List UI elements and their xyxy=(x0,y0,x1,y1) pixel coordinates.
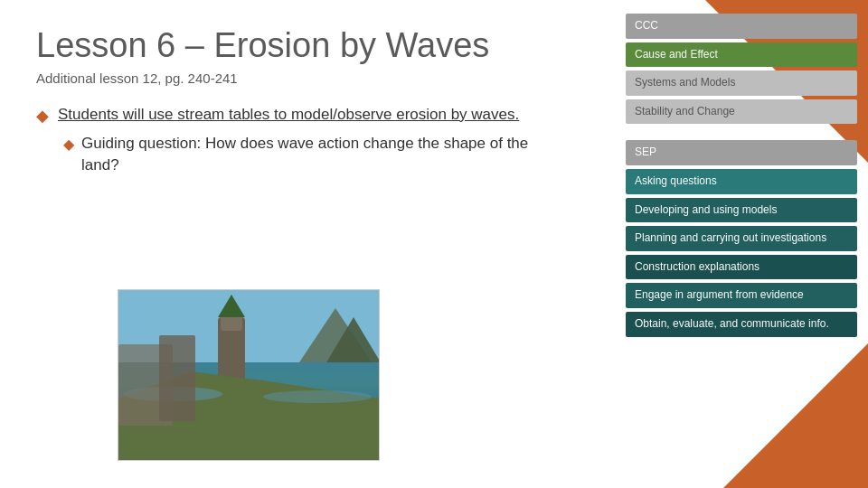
sep-obtain-communicate: Obtain, evaluate, and communicate info. xyxy=(626,312,857,337)
svg-point-8 xyxy=(263,390,372,403)
slide-title: Lesson 6 – Erosion by Waves xyxy=(36,27,570,65)
sep-developing-models: Developing and using models xyxy=(626,198,857,223)
sub-bullet-diamond-icon: ◆ xyxy=(63,135,74,155)
sub-bullet-text: Guiding question: How does wave action c… xyxy=(81,133,570,176)
rock-formation-svg xyxy=(118,290,380,461)
sep-planning-investigations: Planning and carrying out investigations xyxy=(626,226,857,251)
sub-bullet: ◆ Guiding question: How does wave action… xyxy=(63,133,570,176)
main-bullet: ◆ Students will use stream tables to mod… xyxy=(36,104,570,126)
ccc-systems-models: Systems and Models xyxy=(626,70,857,96)
wave-image-bg xyxy=(118,290,379,460)
sep-construction-explanations: Construction explanations xyxy=(626,255,857,280)
ccc-cause-effect: Cause and Effect xyxy=(626,42,857,68)
ccc-label: CCC xyxy=(626,14,857,39)
bullet-diamond-icon: ◆ xyxy=(36,106,49,126)
sep-asking-questions: Asking questions xyxy=(626,169,857,194)
svg-rect-11 xyxy=(159,335,195,421)
slide: Lesson 6 – Erosion by Waves Additional l… xyxy=(0,0,868,488)
wave-image xyxy=(118,289,380,461)
sep-engage-argument: Engage in argument from evidence xyxy=(626,283,857,308)
right-panel: CCC Cause and Effect Systems and Models … xyxy=(615,0,868,488)
panel-gap xyxy=(626,127,857,136)
sep-label: SEP xyxy=(626,140,857,165)
ccc-stability-change: Stability and Change xyxy=(626,99,857,125)
main-bullet-text: Students will use stream tables to model… xyxy=(58,104,519,126)
slide-subtitle: Additional lesson 12, pg. 240-241 xyxy=(36,70,570,86)
